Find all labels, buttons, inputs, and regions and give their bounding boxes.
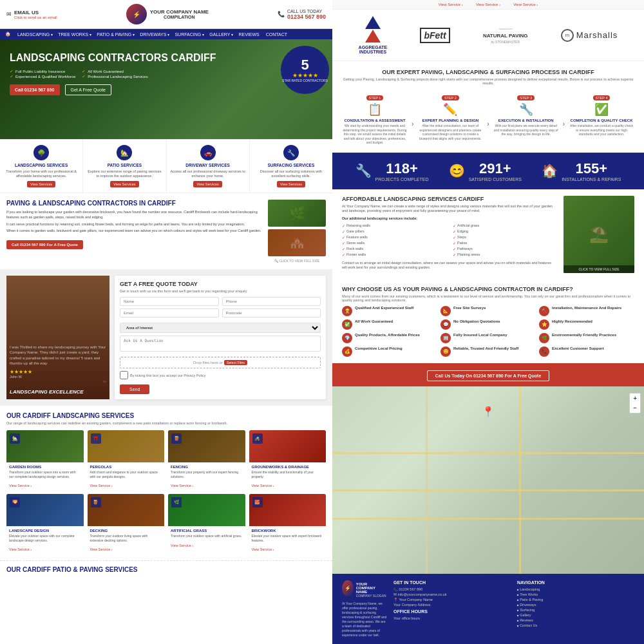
main-nav: 🏠 LANDSCAPING TREE WORKS PATIO & PAVING … — [0, 29, 332, 39]
footer-nav-reviews[interactable]: Reviews — [517, 618, 634, 622]
decking-icon: 🪵 — [91, 497, 101, 507]
why-item-3-title: Installation, Maintenance And Repairs — [552, 306, 621, 310]
footer-nav-contact[interactable]: Contact Us — [517, 623, 634, 627]
phone-input[interactable] — [222, 297, 321, 306]
groundworks-title: GROUNDWORKS & DRAINAGE — [252, 465, 324, 469]
footer-nav-tree[interactable]: Tree Works — [517, 592, 634, 596]
footer-nav-surfacing[interactable]: Surfacing — [517, 608, 634, 612]
view-btn-1[interactable]: View Services — [27, 181, 55, 187]
zoom-in-button[interactable]: + — [630, 393, 640, 403]
map-background: 📍 — [332, 386, 644, 574]
question-textarea[interactable] — [120, 336, 321, 352]
stat-customers-label: SATISFIED CUSTOMERS — [469, 177, 522, 182]
decking-link[interactable]: View Service › — [90, 547, 162, 551]
grass-link[interactable]: View Service › — [171, 544, 243, 547]
paving-image-2: 🏘️ — [268, 229, 326, 256]
postcode-input[interactable] — [222, 308, 321, 317]
why-item-1-title: Qualified And Experienced Staff — [355, 306, 413, 310]
fencing-link[interactable]: View Service › — [171, 484, 243, 488]
garden-link[interactable]: View Service › — [9, 484, 81, 488]
testimonial-stars: ★★★★★ — [10, 369, 106, 375]
nav-gallery[interactable]: GALLERY — [209, 32, 233, 37]
footer-hours: Your office hours — [393, 616, 511, 620]
top-link-3[interactable]: View Service — [513, 3, 538, 6]
survey-icon: 📐 — [440, 306, 451, 316]
groundworks-icon: 🚜 — [252, 433, 263, 444]
landscape-link[interactable]: View Service › — [9, 547, 81, 551]
nav-driveways[interactable]: DRIVEWAYS — [140, 32, 169, 37]
footer-nav-gallery[interactable]: Gallery — [517, 613, 634, 617]
view-btn-3[interactable]: View Services — [193, 181, 222, 187]
upload-area[interactable]: Drop files here or Select Files — [120, 357, 321, 368]
pergola-icon: ⛩️ — [91, 433, 101, 444]
paving-cta-btn[interactable]: Call 01234 567 890 For A Free Quote — [6, 240, 83, 249]
nav-contact[interactable]: CONTACT — [266, 32, 289, 37]
nav-home[interactable]: 🏠 — [5, 32, 12, 37]
email-input[interactable] — [120, 308, 219, 317]
pergola-desc: Add charm and elegance to your outdoor s… — [90, 470, 162, 478]
stat-projects-num: 118+ — [375, 160, 429, 177]
footer-nav-landscaping[interactable]: Landscaping — [517, 587, 634, 591]
grass-image: 🌿 — [168, 494, 245, 526]
privacy-checkbox[interactable] — [120, 371, 128, 379]
step-1-icon: 📋 — [342, 102, 408, 117]
footer-nav-patio[interactable]: Patio & Paving — [517, 598, 634, 601]
step-1-desc: We start by understanding your needs and… — [342, 124, 408, 145]
footer-nav-title: NAVIGATION — [517, 580, 634, 585]
footer-logo-circle: ⚡ — [342, 580, 354, 596]
nav-reviews[interactable]: REVIEWS — [238, 32, 260, 37]
stat-customers: 😊 291+ SATISFIED CUSTOMERS — [449, 160, 522, 182]
fencing-image: 🪵 — [168, 430, 245, 462]
marshalls-m-icon: m — [565, 32, 569, 38]
phone-contact[interactable]: 📞 CALL US TODAY 01234 567 890 — [278, 9, 326, 20]
service-driveway: 🚗 DRIVEWAY SERVICES Access all our profe… — [167, 140, 250, 193]
top-link-1[interactable]: View Service — [439, 3, 463, 6]
footer-nav: NAVIGATION Landscaping Tree Works Patio … — [517, 580, 634, 638]
cta-button[interactable]: Call Us Today On 01234 567 890 For A Fre… — [427, 370, 550, 381]
garden-umbrella-icon: ⛱️ — [589, 225, 609, 243]
quote-button[interactable]: Get A Free Quote — [65, 84, 111, 95]
pricing-icon: 💰 — [342, 346, 352, 357]
process-steps: STEP 1 📋 CONSULTATION & ASSESSMENT We st… — [342, 90, 634, 145]
top-link-2[interactable]: View Service — [476, 3, 500, 6]
cardiff-services-title: OUR CARDIFF LANDSCAPING SERVICES — [6, 412, 326, 419]
name-input[interactable] — [120, 297, 219, 306]
pergola-link[interactable]: View Service › — [90, 484, 162, 488]
brickwork-link[interactable]: View Service › — [252, 547, 324, 551]
groundworks-image: 🚜 — [249, 430, 327, 462]
step-2-badge: STEP 2 — [442, 95, 459, 100]
email-contact[interactable]: ✉ EMAIL US Click to send us an email — [6, 10, 57, 19]
marshalls-name: Marshalls — [576, 30, 618, 40]
footer-nav-driveways[interactable]: Driveways — [517, 603, 634, 607]
service-title-3: DRIVEWAY SERVICES — [170, 163, 246, 167]
map-section: 📍 + − — [332, 386, 644, 574]
list-item: Flower walls — [342, 252, 446, 257]
nav-patio[interactable]: PATIO & PAVING — [97, 32, 135, 37]
why-item-10: 💰 Competitive Local Pricing — [342, 346, 437, 357]
form-section: I was Thrilled to share my landscaping j… — [0, 269, 332, 406]
select-files-btn[interactable]: Select Files — [224, 360, 247, 365]
partner-aggregate: AGGREGATEINDUSTRIES — [359, 16, 388, 54]
view-btn-2[interactable]: View Services — [110, 181, 138, 187]
step-4-badge: STEP 4 — [593, 95, 611, 100]
nav-tree[interactable]: TREE WORKS — [58, 32, 91, 37]
area-select[interactable]: Area of Interest — [120, 323, 321, 333]
zoom-out-button[interactable]: − — [630, 403, 640, 413]
why-grid: 👷 Qualified And Experienced Staff 📐 Free… — [342, 306, 634, 357]
send-button[interactable]: Send — [120, 384, 149, 394]
company-slogan: COMPILATION — [150, 15, 209, 19]
partner-bret: bFett — [420, 28, 450, 43]
nav-landscaping[interactable]: LANDSCAPING — [17, 32, 53, 37]
star-number: 5 — [301, 58, 308, 72]
view-btn-4[interactable]: View Services — [277, 181, 305, 187]
badge-1: Full Public Liability Insurance — [15, 70, 65, 73]
grid-card-decking: 🪵 DECKING Transform your outdoor living … — [88, 494, 165, 554]
why-item-8-title: Fully Insured Local Company — [453, 333, 507, 337]
nav-surfacing[interactable]: SURFACING — [175, 32, 204, 37]
phone-button[interactable]: Call 01234 567 890 — [10, 84, 60, 95]
service-desc-1: Transform your home with our professiona… — [3, 169, 79, 178]
groundworks-link[interactable]: View Service › — [252, 484, 324, 488]
aggregate-triangle-red-icon — [365, 30, 381, 43]
pergola-image: ⛩️ — [88, 430, 165, 462]
process-subtitle: Getting your Paving, Landscaping & Surfa… — [342, 77, 634, 85]
